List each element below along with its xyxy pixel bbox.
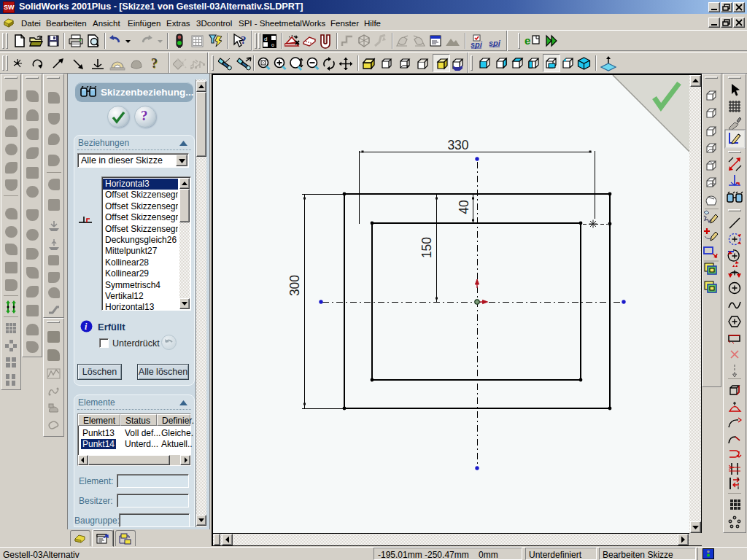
svg-text:?: ?: [151, 56, 158, 71]
svg-text:150: 150: [419, 237, 434, 258]
svg-text:spi: spi: [489, 39, 501, 47]
svg-text:40: 40: [457, 200, 471, 214]
svg-text:o: o: [271, 42, 274, 47]
svg-text:330: 330: [447, 138, 468, 152]
svg-text:300: 300: [287, 275, 302, 296]
svg-text:e: e: [525, 34, 530, 47]
svg-text:d: d: [264, 36, 267, 42]
svg-text:spi: spi: [471, 40, 483, 49]
svg-text:?: ?: [241, 34, 247, 46]
